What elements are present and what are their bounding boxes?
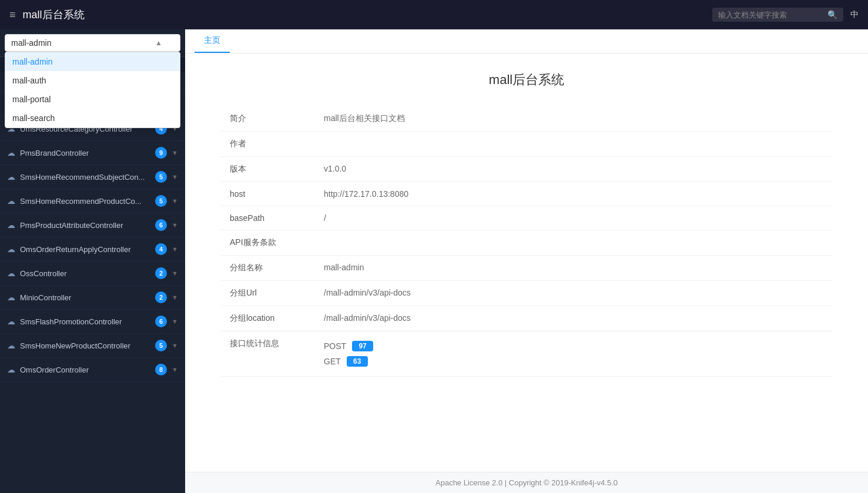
cloud-icon: ☁ bbox=[7, 196, 15, 206]
chevron-down-icon: ▼ bbox=[172, 149, 178, 156]
dropdown-item-mall-admin[interactable]: mall-admin bbox=[5, 52, 180, 71]
table-row: basePath/ bbox=[220, 206, 833, 230]
controller-badge: 5 bbox=[155, 340, 167, 351]
header-title: mall后台系统 bbox=[23, 8, 705, 22]
search-wrap: 🔍 bbox=[712, 8, 843, 22]
row-key: API服务条款 bbox=[220, 230, 314, 256]
cloud-icon: ☁ bbox=[7, 269, 15, 278]
controller-badge: 8 bbox=[155, 364, 167, 375]
controller-badge: 6 bbox=[155, 219, 167, 231]
chevron-up-icon: ▲ bbox=[155, 39, 162, 47]
controller-badge: 5 bbox=[155, 195, 167, 207]
row-value: /mall-admin/v3/api-docs bbox=[314, 306, 833, 331]
menu-icon[interactable]: ≡ bbox=[9, 9, 16, 21]
controller-badge: 2 bbox=[155, 267, 167, 279]
sidebar-item-controller-7[interactable]: ☁ OssController 2 ▼ bbox=[0, 261, 185, 286]
sidebar-item-controller-2[interactable]: ☁ PmsBrandController 9 ▼ bbox=[0, 141, 185, 165]
cloud-icon: ☁ bbox=[7, 293, 15, 302]
dropdown-item-mall-auth[interactable]: mall-auth bbox=[5, 71, 180, 90]
dropdown-trigger[interactable]: mall-admin ▲ bbox=[5, 34, 180, 52]
row-value: v1.0.0 bbox=[314, 157, 833, 182]
table-row: API服务条款 bbox=[220, 230, 833, 256]
info-table: 简介mall后台相关接口文档作者版本v1.0.0hosthttp://172.1… bbox=[220, 106, 833, 377]
cloud-icon: ☁ bbox=[7, 172, 15, 182]
dropdown-selected-label: mall-admin bbox=[11, 38, 51, 48]
row-value: /mall-admin/v3/api-docs bbox=[314, 281, 833, 306]
tabs-bar: 主页 bbox=[185, 29, 868, 53]
table-row: 作者 bbox=[220, 132, 833, 157]
table-row: 接口统计信息 POST 97 GET 63 bbox=[220, 331, 833, 377]
lang-button[interactable]: 中 bbox=[850, 9, 859, 20]
chevron-down-icon: ▼ bbox=[172, 222, 178, 229]
chevron-down-icon: ▼ bbox=[172, 270, 178, 277]
row-value bbox=[314, 132, 833, 157]
row-key: 简介 bbox=[220, 106, 314, 132]
cloud-icon: ☁ bbox=[7, 317, 15, 326]
row-value: http://172.17.0.13:8080 bbox=[314, 182, 833, 206]
row-key: 分组名称 bbox=[220, 256, 314, 281]
table-row: 分组Url/mall-admin/v3/api-docs bbox=[220, 281, 833, 306]
row-key: 分组location bbox=[220, 306, 314, 331]
controller-label: SmsHomeNewProductController bbox=[20, 341, 150, 350]
tab-home[interactable]: 主页 bbox=[195, 29, 230, 53]
search-input[interactable] bbox=[718, 11, 824, 19]
table-row: 简介mall后台相关接口文档 bbox=[220, 106, 833, 132]
sidebar-item-controller-9[interactable]: ☁ SmsFlashPromotionController 6 ▼ bbox=[0, 310, 185, 334]
row-value: POST 97 GET 63 bbox=[314, 331, 833, 377]
chevron-down-icon: ▼ bbox=[172, 173, 178, 180]
cloud-icon: ☁ bbox=[7, 365, 15, 374]
controller-label: OmsOrderReturnApplyController bbox=[20, 245, 150, 254]
service-dropdown[interactable]: mall-admin ▲ mall-admin mall-auth mall-p… bbox=[5, 34, 180, 52]
sidebar: mall-admin ▲ mall-admin mall-auth mall-p… bbox=[0, 29, 185, 493]
info-panel: mall后台系统 简介mall后台相关接口文档作者版本v1.0.0hosthtt… bbox=[185, 53, 868, 394]
row-key: host bbox=[220, 182, 314, 206]
sidebar-item-controller-3[interactable]: ☁ SmsHomeRecommendSubjectCon... 5 ▼ bbox=[0, 165, 185, 189]
controller-list: ☁ PmsProductController 10 ▼ ☁ UmsResourc… bbox=[0, 93, 185, 382]
table-row: 分组名称mall-admin bbox=[220, 256, 833, 281]
content-area: 主页 mall后台系统 简介mall后台相关接口文档作者版本v1.0.0host… bbox=[185, 29, 868, 493]
controller-badge: 6 bbox=[155, 316, 167, 327]
row-value: / bbox=[314, 206, 833, 230]
controller-label: OmsOrderController bbox=[20, 365, 150, 374]
chevron-down-icon: ▼ bbox=[172, 197, 178, 204]
sidebar-item-controller-10[interactable]: ☁ SmsHomeNewProductController 5 ▼ bbox=[0, 334, 185, 358]
chevron-down-icon: ▼ bbox=[172, 294, 178, 301]
table-row: 分组location/mall-admin/v3/api-docs bbox=[220, 306, 833, 331]
method-label: GET bbox=[324, 357, 341, 366]
sidebar-item-controller-11[interactable]: ☁ OmsOrderController 8 ▼ bbox=[0, 358, 185, 382]
controller-badge: 5 bbox=[155, 171, 167, 183]
controller-label: PmsBrandController bbox=[20, 149, 150, 157]
row-key: basePath bbox=[220, 206, 314, 230]
method-label: POST bbox=[324, 341, 346, 351]
sidebar-item-controller-8[interactable]: ☁ MinioController 2 ▼ bbox=[0, 286, 185, 310]
chevron-down-icon: ▼ bbox=[172, 342, 178, 349]
app-container: ≡ mall后台系统 🔍 中 mall-admin ▲ mall-admin m… bbox=[0, 0, 868, 493]
dropdown-menu: mall-admin mall-auth mall-portal mall-se… bbox=[5, 52, 180, 128]
footer-text: Apache License 2.0 | Copyright © 2019-Kn… bbox=[435, 478, 618, 487]
dropdown-item-mall-portal[interactable]: mall-portal bbox=[5, 90, 180, 109]
stat-row: GET 63 bbox=[324, 354, 823, 369]
chevron-down-icon: ▼ bbox=[172, 318, 178, 325]
controller-label: OssController bbox=[20, 269, 150, 278]
controller-label: SmsHomeRecommendProductCo... bbox=[20, 197, 150, 206]
row-value: mall-admin bbox=[314, 256, 833, 281]
sidebar-item-controller-4[interactable]: ☁ SmsHomeRecommendProductCo... 5 ▼ bbox=[0, 189, 185, 213]
sidebar-item-controller-5[interactable]: ☁ PmsProductAttributeController 6 ▼ bbox=[0, 213, 185, 237]
stat-row: POST 97 bbox=[324, 338, 823, 354]
table-row: 版本v1.0.0 bbox=[220, 157, 833, 182]
controller-badge: 4 bbox=[155, 243, 167, 255]
chevron-down-icon: ▼ bbox=[172, 246, 178, 253]
footer: Apache License 2.0 | Copyright © 2019-Kn… bbox=[185, 472, 868, 493]
controller-label: SmsHomeRecommendSubjectCon... bbox=[20, 173, 150, 182]
row-value bbox=[314, 230, 833, 256]
row-key: 作者 bbox=[220, 132, 314, 157]
panel-title: mall后台系统 bbox=[220, 71, 833, 89]
table-row: hosthttp://172.17.0.13:8080 bbox=[220, 182, 833, 206]
row-key: 分组Url bbox=[220, 281, 314, 306]
cloud-icon: ☁ bbox=[7, 244, 15, 254]
sidebar-item-controller-6[interactable]: ☁ OmsOrderReturnApplyController 4 ▼ bbox=[0, 237, 185, 261]
row-value: mall后台相关接口文档 bbox=[314, 106, 833, 132]
dropdown-item-mall-search[interactable]: mall-search bbox=[5, 109, 180, 128]
search-icon[interactable]: 🔍 bbox=[827, 10, 837, 19]
controller-badge: 2 bbox=[155, 291, 167, 303]
